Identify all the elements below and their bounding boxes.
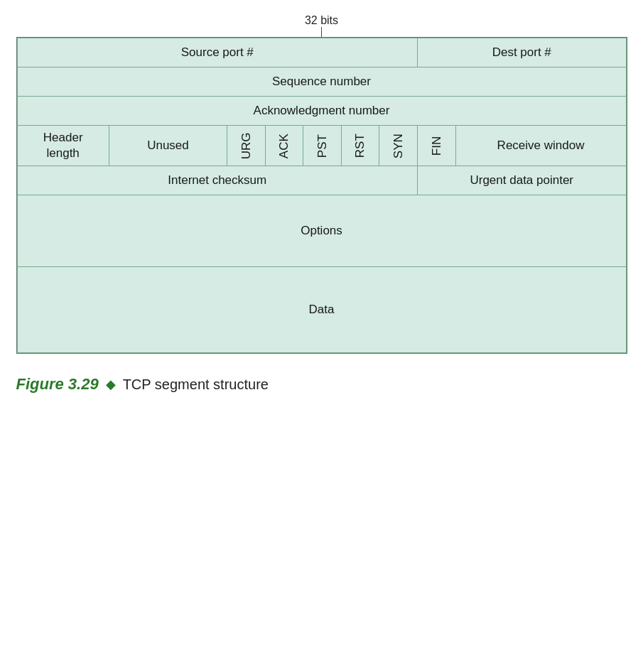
unused-cell: Unused [109, 126, 227, 166]
table-row-checksum: Internet checksum Urgent data pointer [17, 166, 626, 195]
flag-pst: PST [303, 126, 342, 166]
tcp-table: Source port # Dest port # Sequence numbe… [17, 38, 627, 353]
table-row-ports: Source port # Dest port # [17, 38, 626, 67]
flag-fin: FIN [418, 126, 456, 166]
diagram-container: 32 bits Source port # Dest port # Sequen… [16, 14, 627, 394]
table-row-header-flags: Headerlength Unused URG ACK PST RST SYN … [17, 126, 626, 166]
flag-ack: ACK [265, 126, 303, 166]
figure-description: TCP segment structure [123, 376, 269, 393]
source-port-cell: Source port # [17, 38, 418, 67]
flag-urg: URG [227, 126, 266, 166]
dest-port-cell: Dest port # [418, 38, 627, 67]
options-cell: Options [17, 195, 626, 267]
figure-label: Figure 3.29 [16, 375, 99, 394]
figure-caption: Figure 3.29 ◆ TCP segment structure [16, 375, 627, 394]
internet-checksum-cell: Internet checksum [17, 166, 418, 195]
receive-window-cell: Receive window [455, 126, 626, 166]
table-row-data: Data [17, 267, 626, 353]
header-length-cell: Headerlength [17, 126, 109, 166]
figure-diamond: ◆ [106, 376, 116, 392]
data-cell: Data [17, 267, 626, 353]
sequence-cell: Sequence number [17, 67, 626, 97]
urgent-data-pointer-cell: Urgent data pointer [418, 166, 627, 195]
flag-rst: RST [341, 126, 379, 166]
bits-label: 32 bits [305, 14, 338, 27]
table-row-options: Options [17, 195, 626, 267]
table-row-ack: Acknowledgment number [17, 97, 626, 126]
tcp-diagram: Source port # Dest port # Sequence numbe… [16, 37, 627, 354]
flag-syn: SYN [379, 126, 418, 166]
acknowledgment-cell: Acknowledgment number [17, 97, 626, 126]
table-row-sequence: Sequence number [17, 67, 626, 97]
